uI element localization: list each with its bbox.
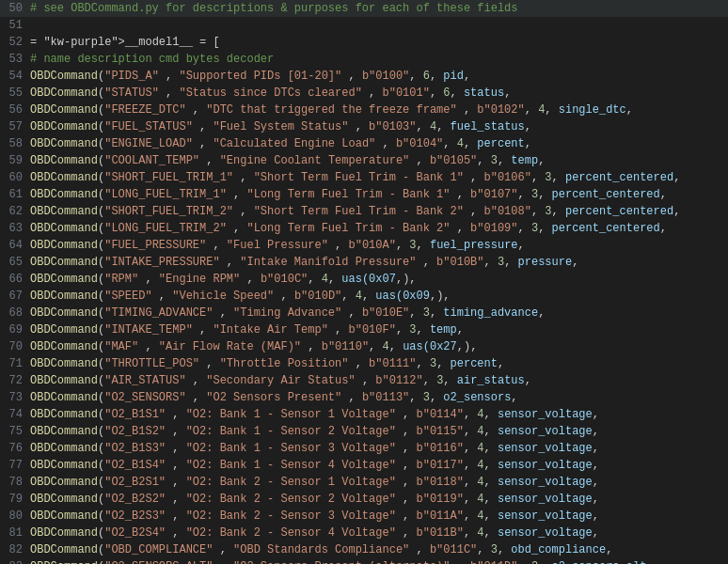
code-line: 70 OBDCommand("MAF" , "Air Flow Rate (MA… — [0, 338, 728, 355]
line-content: OBDCommand("O2_B2S4" , "O2: Bank 2 - Sen… — [30, 525, 728, 541]
line-content: OBDCommand("FREEZE_DTC" , "DTC that trig… — [30, 102, 728, 118]
code-line: 79 OBDCommand("O2_B2S2" , "O2: Bank 2 - … — [0, 491, 728, 508]
code-line: 75 OBDCommand("O2_B1S2" , "O2: Bank 1 - … — [0, 423, 728, 440]
line-number: 63 — [0, 220, 30, 237]
code-line: 66 OBDCommand("RPM" , "Engine RPM" , b"0… — [0, 271, 728, 288]
code-line: 83 OBDCommand("O2_SENSORS_ALT" , "O2 Sen… — [0, 558, 728, 564]
line-number: 65 — [0, 254, 30, 271]
line-content: OBDCommand("TIMING_ADVANCE" , "Timing Ad… — [30, 305, 728, 321]
line-content: OBDCommand("LONG_FUEL_TRIM_1" , "Long Te… — [30, 186, 728, 203]
line-number: 75 — [0, 423, 30, 440]
code-editor: 50 # see OBDCommand.py for descriptions … — [0, 0, 728, 564]
line-content: OBDCommand("SPEED" , "Vehicle Speed" , b… — [30, 288, 728, 305]
code-line: 57 OBDCommand("FUEL_STATUS" , "Fuel Syst… — [0, 118, 728, 135]
code-line: 69 OBDCommand("INTAKE_TEMP" , "Intake Ai… — [0, 321, 728, 338]
line-content — [30, 17, 728, 34]
line-content: OBDCommand("INTAKE_TEMP" , "Intake Air T… — [30, 321, 728, 338]
code-line: 67 OBDCommand("SPEED" , "Vehicle Speed" … — [0, 288, 728, 305]
code-line: 56 OBDCommand("FREEZE_DTC" , "DTC that t… — [0, 102, 728, 118]
line-number: 82 — [0, 541, 30, 558]
line-number: 52 — [0, 34, 30, 51]
line-content: # name description cmd bytes decoder — [30, 51, 728, 68]
line-content: OBDCommand("OBD_COMPLIANCE" , "OBD Stand… — [30, 541, 728, 558]
line-number: 64 — [0, 237, 30, 254]
line-number: 73 — [0, 389, 30, 406]
line-content: = "kw-purple">__model1__ = [ — [30, 34, 728, 51]
line-number: 81 — [0, 525, 30, 541]
code-line: 74 OBDCommand("O2_B1S1" , "O2: Bank 1 - … — [0, 406, 728, 423]
code-line: 60 OBDCommand("SHORT_FUEL_TRIM_1" , "Sho… — [0, 169, 728, 186]
code-line: 80 OBDCommand("O2_B2S3" , "O2: Bank 2 - … — [0, 508, 728, 525]
line-number: 72 — [0, 372, 30, 389]
line-content: OBDCommand("O2_B1S3" , "O2: Bank 1 - Sen… — [30, 440, 728, 457]
line-content: OBDCommand("O2_B1S1" , "O2: Bank 1 - Sen… — [30, 406, 728, 423]
code-line: 62 OBDCommand("SHORT_FUEL_TRIM_2" , "Sho… — [0, 203, 728, 220]
line-number: 68 — [0, 305, 30, 321]
line-number: 77 — [0, 457, 30, 474]
code-line: 77 OBDCommand("O2_B1S4" , "O2: Bank 1 - … — [0, 457, 728, 474]
line-number: 69 — [0, 321, 30, 338]
code-line: 59 OBDCommand("COOLANT_TEMP" , "Engine C… — [0, 152, 728, 169]
line-number: 58 — [0, 135, 30, 152]
line-number: 59 — [0, 152, 30, 169]
code-line: 53 # name description cmd bytes decoder — [0, 51, 728, 68]
line-content: OBDCommand("O2_B1S4" , "O2: Bank 1 - Sen… — [30, 457, 728, 474]
line-number: 56 — [0, 102, 30, 118]
line-number: 78 — [0, 474, 30, 491]
line-number: 74 — [0, 406, 30, 423]
line-number: 66 — [0, 271, 30, 288]
code-line: 68 OBDCommand("TIMING_ADVANCE" , "Timing… — [0, 305, 728, 321]
code-line: 63 OBDCommand("LONG_FUEL_TRIM_2" , "Long… — [0, 220, 728, 237]
code-line: 52 = "kw-purple">__model1__ = [ — [0, 34, 728, 51]
line-number: 51 — [0, 17, 30, 34]
line-number: 61 — [0, 186, 30, 203]
line-content: OBDCommand("INTAKE_PRESSURE" , "Intake M… — [30, 254, 728, 271]
code-line: 58 OBDCommand("ENGINE_LOAD" , "Calculate… — [0, 135, 728, 152]
line-number: 79 — [0, 491, 30, 508]
code-line: 71 OBDCommand("THROTTLE_POS" , "Throttle… — [0, 355, 728, 372]
line-content: OBDCommand("O2_SENSORS_ALT" , "O2 Sensor… — [30, 558, 728, 564]
line-content: # see OBDCommand.py for descriptions & p… — [30, 0, 728, 17]
line-number: 67 — [0, 288, 30, 305]
line-content: OBDCommand("SHORT_FUEL_TRIM_1" , "Short … — [30, 169, 728, 186]
line-content: OBDCommand("ENGINE_LOAD" , "Calculated E… — [30, 135, 728, 152]
line-content: OBDCommand("O2_SENSORS" , "O2 Sensors Pr… — [30, 389, 728, 406]
line-number: 76 — [0, 440, 30, 457]
line-content: OBDCommand("RPM" , "Engine RPM" , b"010C… — [30, 271, 728, 288]
code-line: 50 # see OBDCommand.py for descriptions … — [0, 0, 728, 17]
line-content: OBDCommand("FUEL_PRESSURE" , "Fuel Press… — [30, 237, 728, 254]
line-number: 57 — [0, 118, 30, 135]
line-number: 55 — [0, 85, 30, 102]
line-content: OBDCommand("THROTTLE_POS" , "Throttle Po… — [30, 355, 728, 372]
line-number: 54 — [0, 68, 30, 85]
line-number: 53 — [0, 51, 30, 68]
line-content: OBDCommand("O2_B2S1" , "O2: Bank 2 - Sen… — [30, 474, 728, 491]
line-number: 83 — [0, 558, 30, 564]
line-content: OBDCommand("PIDS_A" , "Supported PIDs [0… — [30, 68, 728, 85]
line-content: OBDCommand("LONG_FUEL_TRIM_2" , "Long Te… — [30, 220, 728, 237]
code-line: 81 OBDCommand("O2_B2S4" , "O2: Bank 2 - … — [0, 525, 728, 541]
line-content: OBDCommand("O2_B1S2" , "O2: Bank 1 - Sen… — [30, 423, 728, 440]
line-content: OBDCommand("COOLANT_TEMP" , "Engine Cool… — [30, 152, 728, 169]
code-line: 54 OBDCommand("PIDS_A" , "Supported PIDs… — [0, 68, 728, 85]
line-number: 80 — [0, 508, 30, 525]
code-line: 73 OBDCommand("O2_SENSORS" , "O2 Sensors… — [0, 389, 728, 406]
code-line: 55 OBDCommand("STATUS" , "Status since D… — [0, 85, 728, 102]
line-content: OBDCommand("O2_B2S3" , "O2: Bank 2 - Sen… — [30, 508, 728, 525]
code-line: 65 OBDCommand("INTAKE_PRESSURE" , "Intak… — [0, 254, 728, 271]
line-content: OBDCommand("AIR_STATUS" , "Secondary Air… — [30, 372, 728, 389]
line-number: 70 — [0, 338, 30, 355]
line-content: OBDCommand("STATUS" , "Status since DTCs… — [30, 85, 728, 102]
line-number: 60 — [0, 169, 30, 186]
line-content: OBDCommand("MAF" , "Air Flow Rate (MAF)"… — [30, 338, 728, 355]
code-line: 76 OBDCommand("O2_B1S3" , "O2: Bank 1 - … — [0, 440, 728, 457]
code-line: 82 OBDCommand("OBD_COMPLIANCE" , "OBD St… — [0, 541, 728, 558]
code-line: 78 OBDCommand("O2_B2S1" , "O2: Bank 2 - … — [0, 474, 728, 491]
code-content[interactable]: 50 # see OBDCommand.py for descriptions … — [0, 0, 728, 564]
code-line: 51 — [0, 17, 728, 34]
line-number: 50 — [0, 0, 30, 17]
line-content: OBDCommand("FUEL_STATUS" , "Fuel System … — [30, 118, 728, 135]
code-line: 61 OBDCommand("LONG_FUEL_TRIM_1" , "Long… — [0, 186, 728, 203]
code-line: 64 OBDCommand("FUEL_PRESSURE" , "Fuel Pr… — [0, 237, 728, 254]
line-content: OBDCommand("O2_B2S2" , "O2: Bank 2 - Sen… — [30, 491, 728, 508]
